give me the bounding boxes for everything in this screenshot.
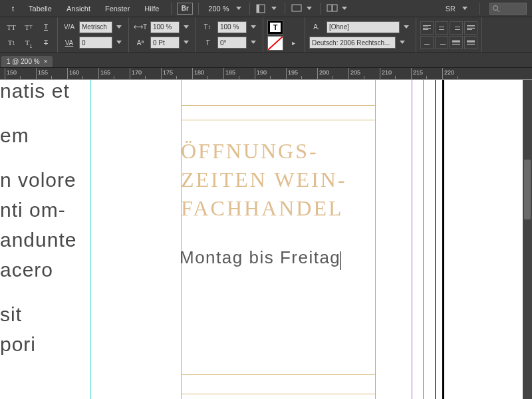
spread-edge xyxy=(442,80,444,399)
skew-input[interactable] xyxy=(217,37,247,49)
svg-point-5 xyxy=(493,5,498,10)
body-text-left[interactable]: natis etemn volorenti om-andunteacerosit… xyxy=(0,80,93,359)
svg-rect-1 xyxy=(257,5,259,13)
ruler-mark: 155 xyxy=(36,68,48,80)
kerning-dropdown-icon[interactable] xyxy=(115,24,124,31)
view-mode-icon[interactable] xyxy=(255,3,269,14)
frame-edge xyxy=(181,374,375,375)
frame-edge xyxy=(181,120,375,120)
align-right-icon[interactable] xyxy=(450,21,463,35)
ruler-mark: 175 xyxy=(161,68,173,80)
hscale-icon: ⟷T xyxy=(133,21,148,34)
align-left-icon[interactable] xyxy=(420,21,434,35)
arrange-dropdown-icon[interactable] xyxy=(340,5,350,12)
justify-right-icon[interactable] xyxy=(435,36,448,49)
stroke-swatch[interactable] xyxy=(267,36,283,51)
baseline-input[interactable] xyxy=(150,37,180,49)
svg-rect-3 xyxy=(327,5,332,11)
ruler-mark: 195 xyxy=(286,68,298,80)
search-icon xyxy=(492,5,500,13)
workspace-dropdown-icon[interactable] xyxy=(461,5,470,12)
ruler-mark: 200 xyxy=(317,68,329,80)
language-input[interactable] xyxy=(309,37,396,49)
document-tab[interactable]: 1 @ 200 % × xyxy=(1,56,53,67)
ruler-mark: 150 xyxy=(5,68,17,80)
margin-guide[interactable] xyxy=(412,80,412,399)
tab-label: 1 @ 200 % xyxy=(7,58,40,65)
svg-rect-2 xyxy=(292,5,301,11)
frame-edge xyxy=(181,394,375,394)
justify-full-icon[interactable] xyxy=(450,36,463,49)
ruler-mark: 185 xyxy=(223,68,235,80)
zoom-level[interactable]: 200 % xyxy=(204,5,233,13)
svg-line-7 xyxy=(268,37,283,50)
fill-swatch[interactable]: T xyxy=(267,20,283,35)
heading-text[interactable]: ÖFFNUNGS-ZEITEN WEIN-FACHHANDEL xyxy=(181,137,380,223)
baseline-dropdown-icon[interactable] xyxy=(182,39,192,46)
menubar: t Tabelle Ansicht Fenster Hilfe Br 200 %… xyxy=(0,0,532,17)
scroll-thumb[interactable] xyxy=(524,160,531,219)
vscale-input[interactable] xyxy=(217,21,247,33)
swap-icon[interactable]: ▸ xyxy=(286,37,301,50)
bridge-icon[interactable]: Br xyxy=(177,3,193,15)
ruler-mark: 210 xyxy=(380,68,392,80)
justify-center-icon[interactable] xyxy=(420,36,434,49)
menu-hilfe[interactable]: Hilfe xyxy=(138,2,166,15)
vertical-scrollbar[interactable] xyxy=(523,80,532,399)
tracking-input[interactable] xyxy=(79,37,112,49)
frame-edge xyxy=(181,105,375,106)
menu-ansicht[interactable]: Ansicht xyxy=(60,2,97,15)
baseline-icon: Aª xyxy=(133,36,148,49)
ruler-mark: 190 xyxy=(255,68,267,80)
vscale-dropdown-icon[interactable] xyxy=(249,24,259,31)
ruler-mark: 180 xyxy=(192,68,204,80)
smallcaps-icon[interactable]: TT xyxy=(21,21,36,34)
arrange-icon[interactable] xyxy=(326,3,339,14)
workspace: 1501551601651701751801851901952002052102… xyxy=(0,68,532,399)
workspace-label[interactable]: SR xyxy=(446,5,456,13)
language-dropdown-icon[interactable] xyxy=(398,39,408,46)
menu-tabelle[interactable]: Tabelle xyxy=(22,2,59,15)
body-text-value: Montag bis Freitag xyxy=(180,247,340,267)
kerning-input[interactable] xyxy=(79,21,112,33)
tracking-dropdown-icon[interactable] xyxy=(115,39,124,46)
align-center-icon[interactable] xyxy=(435,21,448,35)
skew-dropdown-icon[interactable] xyxy=(249,39,259,46)
align-spine-icon[interactable] xyxy=(464,36,477,49)
ruler-mark: 160 xyxy=(67,68,79,80)
svg-rect-4 xyxy=(332,5,337,11)
svg-line-6 xyxy=(497,10,499,12)
ruler-mark: 170 xyxy=(130,68,142,80)
body-text[interactable]: Montag bis Freitag xyxy=(180,247,341,268)
view-mode-dropdown-icon[interactable] xyxy=(270,5,279,12)
horizontal-ruler[interactable]: 1501551601651701751801851901952002052102… xyxy=(0,68,532,80)
strikethrough-icon[interactable]: T xyxy=(39,36,53,49)
canvas[interactable]: natis etemn volorenti om-andunteacerosit… xyxy=(0,80,532,399)
vscale-icon: T↕ xyxy=(200,21,215,34)
column-guide[interactable] xyxy=(181,80,182,399)
menu-fenster[interactable]: Fenster xyxy=(98,2,136,15)
column-guide[interactable] xyxy=(375,80,376,399)
justify-left-icon[interactable] xyxy=(464,21,477,35)
ruler-mark: 220 xyxy=(442,68,454,80)
zoom-dropdown-icon[interactable] xyxy=(235,5,244,12)
control-panel: TT TT T T1 T1 T V/A VA ⟷T Aª xyxy=(0,17,532,53)
document-tabs: 1 @ 200 % × xyxy=(0,53,532,68)
tab-close-icon[interactable]: × xyxy=(44,58,48,65)
screen-mode-dropdown-icon[interactable] xyxy=(305,5,315,12)
kerning-icon: V/A xyxy=(62,21,76,34)
hscale-input[interactable] xyxy=(150,21,180,33)
allcaps-icon[interactable]: TT xyxy=(4,21,19,34)
menu-t[interactable]: t xyxy=(5,2,21,15)
margin-guide[interactable] xyxy=(423,80,424,399)
paragraph-align-group xyxy=(420,21,477,49)
charstyle-dropdown-icon[interactable] xyxy=(402,24,412,31)
search-input[interactable] xyxy=(489,3,527,15)
screen-mode-icon[interactable] xyxy=(291,3,304,14)
superscript-icon[interactable]: T1 xyxy=(4,36,19,49)
underline-icon[interactable]: T xyxy=(39,21,53,34)
subscript-icon[interactable]: T1 xyxy=(21,36,36,49)
hscale-dropdown-icon[interactable] xyxy=(182,24,192,31)
charstyle-input[interactable] xyxy=(327,21,400,33)
tracking-icon: VA xyxy=(62,36,76,49)
